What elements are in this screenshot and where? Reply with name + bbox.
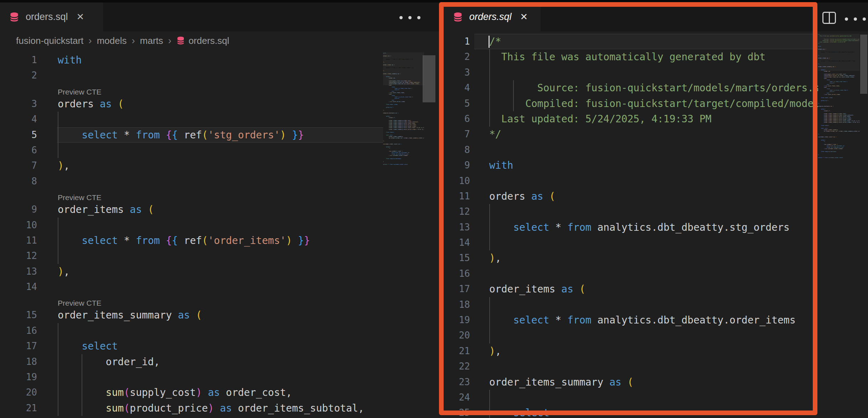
code-line[interactable]: Last updated: 5/24/2025, 4:19:33 PM	[470, 111, 818, 127]
code-line[interactable]: Compiled: fusion-quickstart/target/compi…	[470, 96, 818, 111]
code-line[interactable]	[37, 279, 383, 295]
code-line[interactable]: select * from analytics.dbt_dbeatty.stg_…	[470, 220, 818, 235]
vscode-window: orders.sql ✕ fusion-quickstart › models …	[0, 0, 868, 418]
line-number: 20	[0, 385, 37, 400]
close-icon[interactable]: ✕	[77, 11, 84, 22]
code-line[interactable]: orders as (	[37, 96, 383, 112]
code-line[interactable]	[470, 235, 818, 250]
line-number: 7	[0, 158, 37, 173]
code-line[interactable]	[470, 173, 818, 189]
code-area[interactable]: 1/*2 This file was automatically generat…	[440, 31, 818, 418]
line-number: 8	[0, 174, 37, 189]
line-number: 5	[0, 127, 37, 143]
minimap[interactable]: /* This file was automatically generated…	[818, 34, 859, 383]
code-line[interactable]: with	[37, 52, 383, 68]
code-line[interactable]: select * from {{ ref('stg_orders') }}	[37, 127, 383, 143]
indent-guide	[58, 323, 58, 338]
code-line[interactable]	[37, 218, 383, 233]
code-line[interactable]: select	[470, 405, 818, 418]
code-line[interactable]: This file was automatically generated by…	[470, 49, 818, 65]
line-number: 12	[440, 204, 470, 219]
code-line[interactable]: with	[470, 158, 818, 173]
line-number: 16	[0, 323, 37, 338]
code-line[interactable]: */	[470, 127, 818, 142]
line-number: 10	[0, 218, 37, 233]
tab-orders-sql[interactable]: orders.sql ✕	[0, 2, 103, 31]
vertical-scrollbar[interactable]	[423, 55, 435, 102]
line-number: 6	[0, 143, 37, 158]
breadcrumb-item[interactable]: models	[97, 35, 127, 46]
code-editor[interactable]: 1with2Preview CTE3orders as (45 select *…	[0, 50, 439, 418]
code-line[interactable]: order_items as (	[470, 281, 818, 297]
code-line[interactable]	[470, 297, 818, 312]
code-editor[interactable]: 1/*2 This file was automatically generat…	[440, 31, 868, 418]
breadcrumb-item[interactable]: fusion-quickstart	[16, 35, 83, 46]
code-line[interactable]: sum(supply_cost) as order_cost,	[37, 385, 383, 400]
close-icon[interactable]: ✕	[520, 11, 528, 22]
code-line[interactable]: sum(product_price) as order_items_subtot…	[37, 401, 383, 416]
line-number: 13	[0, 264, 37, 279]
code-line[interactable]	[37, 248, 383, 264]
indent-guide	[489, 297, 490, 312]
code-line[interactable]: select * from analytics.dbt_dbeatty.orde…	[470, 312, 818, 328]
line-number: 1	[440, 34, 470, 49]
code-line[interactable]: order_id,	[37, 354, 383, 369]
line-number: 17	[440, 281, 470, 297]
code-line[interactable]: order_items_summary as (	[470, 374, 818, 390]
code-line[interactable]	[470, 390, 818, 405]
split-editor-icon[interactable]	[822, 12, 836, 24]
breadcrumb-file[interactable]: orders.sql	[176, 35, 229, 46]
codelens-preview-cte[interactable]: Preview CTE	[58, 193, 102, 202]
code-line[interactable]	[470, 266, 818, 281]
code-line[interactable]	[37, 68, 383, 83]
codelens-preview-cte[interactable]: Preview CTE	[58, 299, 102, 307]
line-number: 9	[0, 202, 37, 217]
code-line[interactable]: order_items_summary as (	[37, 307, 383, 323]
line-number: 19	[440, 312, 470, 328]
codelens-preview-cte[interactable]: Preview CTE	[58, 88, 102, 96]
minimap[interactable]: with orders as ( select * from {{ ref('s…	[383, 52, 424, 402]
breadcrumb-item[interactable]: marts	[140, 35, 163, 46]
code-line[interactable]	[470, 204, 818, 219]
code-line[interactable]	[470, 359, 818, 374]
code-line[interactable]: ),	[37, 158, 383, 173]
code-line[interactable]: orders as (	[470, 189, 818, 204]
database-icon	[453, 12, 463, 22]
indent-guide	[489, 204, 490, 219]
code-line[interactable]	[37, 323, 383, 338]
code-line[interactable]: order_items as (	[37, 202, 383, 217]
line-number: 4	[0, 112, 37, 127]
code-line[interactable]	[37, 369, 383, 385]
more-actions-icon[interactable]	[399, 16, 420, 19]
gutter	[0, 189, 37, 202]
line-number: 21	[0, 401, 37, 416]
indent-guide	[489, 328, 490, 343]
code-line[interactable]	[470, 142, 818, 158]
vertical-scrollbar[interactable]	[860, 35, 867, 94]
code-line[interactable]	[37, 112, 383, 127]
code-line[interactable]: ),	[470, 343, 818, 359]
code-line[interactable]	[37, 143, 383, 158]
line-number: 21	[440, 343, 470, 359]
code-line[interactable]: select * from {{ ref('order_items') }}	[37, 233, 383, 248]
line-number: 18	[440, 297, 470, 312]
tab-orders-sql-preview[interactable]: orders.sql ✕	[444, 2, 541, 31]
code-line[interactable]: select	[37, 338, 383, 354]
code-line[interactable]: ),	[37, 264, 383, 279]
indent-guide	[58, 248, 58, 264]
line-number: 3	[0, 96, 37, 112]
code-line[interactable]: ),	[470, 250, 818, 266]
code-area[interactable]: 1with2Preview CTE3orders as (45 select *…	[0, 50, 383, 418]
indent-guide	[58, 218, 58, 233]
code-line[interactable]	[470, 65, 818, 80]
code-line[interactable]	[37, 174, 383, 189]
line-number: 23	[440, 374, 470, 390]
gutter	[0, 83, 37, 96]
breadcrumb-file-label: orders.sql	[188, 35, 229, 46]
code-line[interactable]: Source: fusion-quickstart/models/marts/o…	[470, 80, 818, 96]
indent-guide	[58, 369, 58, 385]
more-actions-icon[interactable]	[845, 17, 866, 21]
code-line[interactable]	[470, 328, 818, 343]
line-number: 14	[0, 279, 37, 295]
code-line[interactable]: /*	[470, 34, 818, 49]
